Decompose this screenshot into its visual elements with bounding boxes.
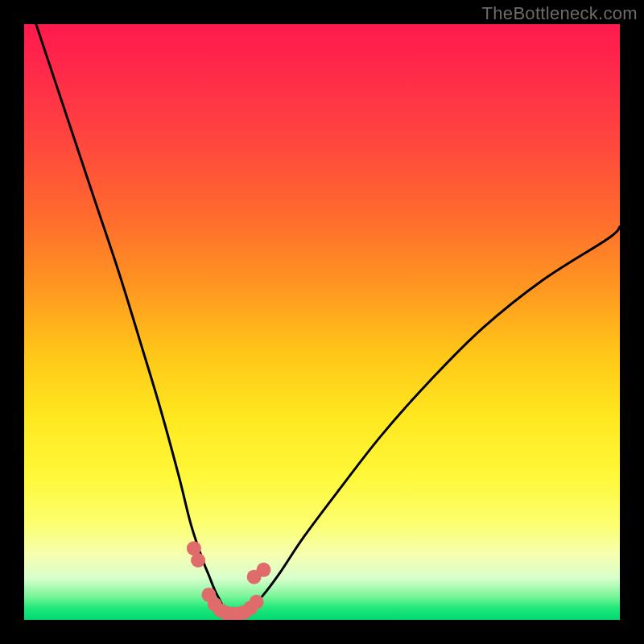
watermark-text: TheBottleneck.com [482, 3, 638, 24]
data-marker [256, 563, 270, 577]
data-marker [191, 553, 205, 568]
curve-right-curve [245, 227, 620, 614]
plot-area [24, 24, 620, 620]
data-marker [250, 595, 264, 609]
curve-left-curve [36, 24, 227, 614]
chart-frame: TheBottleneck.com [0, 0, 644, 644]
curve-layer [24, 24, 620, 620]
